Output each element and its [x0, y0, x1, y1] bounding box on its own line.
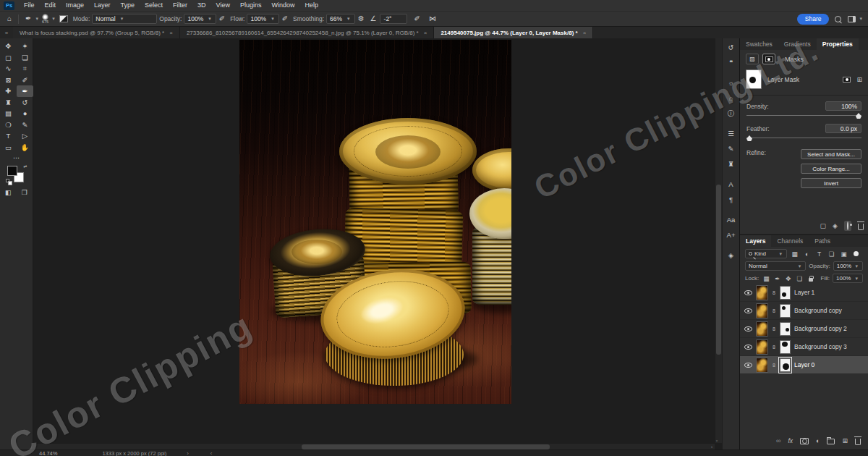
layer-row-background-copy[interactable]: 8 Background copy [740, 302, 868, 320]
document-tab-2[interactable]: 27336686_810256789160614_655426429874025… [180, 27, 435, 38]
mask-link-icon[interactable]: 8 [772, 363, 776, 368]
pressure-size-icon[interactable]: ✐ [414, 15, 420, 22]
rectangular-marquee-tool[interactable]: ▢ [0, 52, 17, 64]
layer-blend-mode-select[interactable]: Normal ▾ [745, 261, 806, 271]
mask-link-icon[interactable]: 8 [772, 290, 776, 295]
apply-mask-icon[interactable]: ◈ [833, 222, 838, 229]
link-layers-icon[interactable]: ∞ [776, 437, 780, 444]
dodge-tool[interactable]: ❍ [0, 119, 17, 131]
menu-file[interactable]: File [19, 0, 40, 11]
layer-thumbnail[interactable] [756, 339, 768, 355]
libraries-panel-icon[interactable]: ⌂ [729, 94, 733, 104]
adjustment-layer-icon[interactable]: ◐ [816, 437, 820, 444]
spot-healing-brush-tool[interactable]: ✚ [0, 85, 17, 97]
tab-layers[interactable]: Layers [740, 235, 771, 247]
layer-style-fx-icon[interactable]: fx [788, 437, 793, 444]
lock-artboard-icon[interactable]: ❏ [796, 275, 802, 282]
character-panel-icon[interactable]: A [728, 180, 733, 190]
hand-tool[interactable]: ✋ [17, 142, 33, 153]
chevron-down-icon[interactable]: ▾ [52, 16, 55, 22]
lock-pixels-icon[interactable]: ✒ [775, 275, 780, 282]
filter-smart-objects-icon[interactable]: ▣ [839, 250, 848, 258]
close-icon[interactable]: × [583, 30, 587, 36]
layer-mask-thumbnail[interactable] [780, 286, 791, 300]
menu-3d[interactable]: 3D [192, 0, 211, 11]
lock-position-icon[interactable]: ✥ [786, 275, 791, 282]
brush-tool-preset-icon[interactable]: ✒ [25, 15, 31, 22]
filter-type-layers-icon[interactable]: T [814, 250, 824, 258]
layer-mask-thumbnail[interactable] [780, 340, 791, 354]
clone-stamp-tool[interactable]: ♜ [0, 97, 17, 109]
chevron-down-icon[interactable]: ▾ [35, 16, 38, 22]
feather-slider[interactable] [746, 135, 861, 142]
brush-angle-input[interactable]: -2° [380, 14, 407, 24]
select-and-mask-button[interactable]: Select and Mask... [801, 149, 861, 159]
horizontal-scrollbar-thumb[interactable] [302, 444, 550, 449]
character-styles-panel-icon[interactable]: A+ [727, 231, 736, 240]
tab-paths[interactable]: Paths [809, 235, 836, 247]
opacity-select[interactable]: 100% ▾ [184, 14, 216, 24]
mask-properties-icon[interactable] [762, 54, 775, 64]
select-mask-icon[interactable] [843, 77, 851, 83]
layer-row-background-copy-2[interactable]: 8 Background copy 2 [740, 320, 868, 338]
menu-filter[interactable]: Filter [168, 0, 192, 11]
info-panel-icon[interactable]: ⓘ [728, 109, 735, 119]
screen-mode-icon[interactable]: ❐ [22, 189, 27, 196]
layer-fill-select[interactable]: 100% ▾ [833, 274, 863, 283]
menu-image[interactable]: Image [61, 0, 89, 11]
layer-mask-thumbnail[interactable] [746, 69, 762, 89]
chevron-down-icon[interactable]: ▾ [859, 16, 862, 22]
layer-filtering-toggle[interactable] [854, 251, 859, 256]
history-panel-icon[interactable]: ↺ [728, 43, 734, 53]
gradient-tool[interactable]: ▤ [0, 108, 17, 119]
layer-thumbnail[interactable] [756, 321, 768, 337]
move-tool[interactable]: ✥ [0, 41, 17, 52]
workspace-switcher-icon[interactable] [848, 16, 856, 22]
tab-gradients[interactable]: Gradients [778, 38, 817, 50]
layer-visibility-eye-icon[interactable] [744, 363, 752, 368]
tab-overflow-icon[interactable]: « [0, 27, 13, 38]
layer-mask-thumbnail-selected[interactable] [780, 358, 791, 372]
pen-tool[interactable]: ✎ [17, 119, 33, 131]
layer-visibility-eye-icon[interactable] [744, 290, 752, 295]
default-colors-icon[interactable] [6, 179, 9, 182]
filter-pixel-layers-icon[interactable]: ▦ [790, 250, 799, 258]
delete-layer-icon[interactable] [855, 439, 861, 445]
edit-toolbar-icon[interactable]: ⋯ [0, 153, 33, 163]
blend-mode-select[interactable]: Normal ▾ [92, 14, 157, 24]
layer-visibility-eye-icon[interactable] [744, 345, 752, 350]
menu-layer[interactable]: Layer [89, 0, 116, 11]
paragraph-panel-icon[interactable]: ¶ [729, 195, 733, 205]
rectangle-tool[interactable]: ▭ [0, 142, 17, 153]
layer-opacity-select[interactable]: 100% ▾ [833, 261, 863, 271]
brush-tool-selected[interactable]: ✒ [17, 85, 33, 97]
pressure-opacity-icon[interactable]: ✐ [219, 15, 225, 22]
color-swatches[interactable]: ⇄ [7, 166, 26, 185]
layer-row-background-copy-3[interactable]: 8 Background copy 3 [740, 338, 868, 356]
layer-thumbnail[interactable] [756, 303, 768, 318]
layer-mask-thumbnail[interactable] [780, 304, 791, 318]
density-slider[interactable] [746, 112, 861, 119]
paint-symmetry-icon[interactable]: ⋈ [429, 15, 436, 22]
type-tool[interactable]: T [0, 130, 17, 142]
mask-link-icon[interactable]: 8 [772, 308, 776, 313]
lock-all-icon[interactable] [809, 278, 813, 282]
lasso-tool[interactable]: ∿ [0, 63, 17, 75]
eyedropper-tool[interactable]: ✐ [17, 75, 33, 86]
layer-name[interactable]: Background copy 2 [794, 325, 847, 332]
menu-edit[interactable]: Edit [40, 0, 61, 11]
close-icon[interactable]: × [169, 30, 173, 36]
feather-value[interactable]: 0.0 px [825, 124, 861, 133]
quick-selection-tool[interactable]: ❏ [17, 52, 33, 64]
scroll-down-icon[interactable]: ᵥ [716, 438, 718, 442]
horizontal-scrollbar[interactable]: › [33, 443, 715, 449]
feather-slider-thumb[interactable] [746, 135, 752, 141]
vertical-scrollbar[interactable]: ᵥ [715, 38, 722, 443]
tool-presets-panel-icon[interactable]: ☰ [728, 130, 734, 139]
crop-tool[interactable]: ⌗ [17, 63, 33, 75]
document-canvas[interactable] [239, 40, 511, 404]
swap-colors-icon[interactable]: ⇄ [23, 164, 27, 169]
filter-adjustment-layers-icon[interactable]: ◐ [802, 250, 812, 258]
layer-name[interactable]: Background copy 3 [794, 343, 847, 350]
layer-visibility-eye-icon[interactable] [744, 308, 752, 313]
